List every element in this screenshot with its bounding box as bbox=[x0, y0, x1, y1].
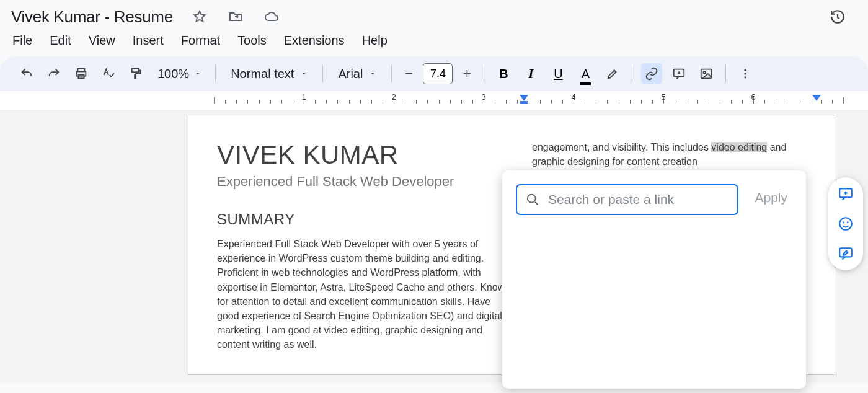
search-icon bbox=[526, 193, 539, 206]
svg-point-8 bbox=[745, 73, 746, 74]
emoji-reaction-button[interactable] bbox=[838, 216, 854, 232]
resume-subtitle: Experienced Full Stack Web Developer bbox=[217, 174, 515, 190]
left-indent-marker[interactable] bbox=[520, 95, 528, 101]
suggest-edits-button[interactable] bbox=[838, 245, 854, 262]
link-input-container bbox=[516, 184, 738, 215]
italic-button[interactable]: I bbox=[520, 63, 541, 84]
zoom-label: 100% bbox=[157, 67, 189, 81]
ruler-label: 2 bbox=[391, 92, 396, 102]
paragraph-style-label: Normal text bbox=[231, 67, 294, 81]
ruler-label: 5 bbox=[661, 92, 665, 102]
separator bbox=[322, 65, 323, 82]
link-search-input[interactable] bbox=[548, 192, 728, 207]
menu-help[interactable]: Help bbox=[362, 33, 388, 48]
svg-rect-3 bbox=[132, 69, 139, 73]
menubar: File Edit View Insert Format Tools Exten… bbox=[0, 30, 868, 56]
ruler-label: 6 bbox=[751, 92, 755, 102]
right-indent-marker[interactable] bbox=[812, 95, 821, 101]
paint-format-button[interactable] bbox=[125, 63, 146, 84]
svg-rect-5 bbox=[701, 69, 712, 79]
insert-link-button[interactable] bbox=[641, 63, 662, 84]
chevron-down-icon bbox=[194, 70, 202, 77]
font-family-label: Arial bbox=[338, 67, 363, 81]
zoom-select[interactable]: 100% bbox=[153, 67, 206, 81]
paragraph-style-select[interactable]: Normal text bbox=[224, 67, 314, 81]
version-history-icon[interactable] bbox=[827, 6, 848, 27]
separator bbox=[484, 65, 484, 82]
summary-text: Experienced Full Stack Web Developer wit… bbox=[217, 237, 515, 352]
ruler[interactable]: 123456 bbox=[0, 91, 868, 110]
experience-heading: EXPERIENCE bbox=[217, 373, 515, 376]
undo-button[interactable] bbox=[16, 63, 37, 84]
cloud-status-icon[interactable] bbox=[261, 6, 282, 27]
toolbar: 100% Normal text Arial − 7.4 + B I U A bbox=[0, 56, 868, 91]
separator bbox=[632, 65, 632, 82]
svg-point-13 bbox=[843, 222, 844, 223]
bold-button[interactable]: B bbox=[493, 63, 514, 84]
apply-button[interactable]: Apply bbox=[750, 184, 792, 211]
svg-point-10 bbox=[528, 195, 536, 203]
side-comment-tools bbox=[828, 177, 863, 270]
add-comment-button[interactable] bbox=[838, 186, 854, 202]
ruler-label: 1 bbox=[301, 92, 306, 102]
chevron-down-icon bbox=[300, 70, 308, 77]
menu-insert[interactable]: Insert bbox=[133, 33, 164, 48]
svg-rect-15 bbox=[839, 248, 852, 257]
insert-link-popup: Apply bbox=[502, 170, 806, 389]
redo-button[interactable] bbox=[43, 63, 64, 84]
print-button[interactable] bbox=[71, 63, 92, 84]
svg-point-9 bbox=[745, 76, 746, 78]
underline-button[interactable]: U bbox=[547, 63, 569, 84]
menu-edit[interactable]: Edit bbox=[50, 33, 71, 48]
move-folder-icon[interactable] bbox=[225, 6, 246, 27]
chevron-down-icon bbox=[369, 70, 376, 77]
add-comment-button[interactable] bbox=[668, 63, 689, 84]
menu-tools[interactable]: Tools bbox=[237, 33, 267, 48]
font-size-decrease-button[interactable]: − bbox=[401, 66, 417, 82]
svg-point-6 bbox=[704, 71, 706, 74]
font-family-select[interactable]: Arial bbox=[332, 67, 383, 81]
font-size-increase-button[interactable]: + bbox=[459, 66, 475, 82]
menu-file[interactable]: File bbox=[12, 33, 32, 48]
svg-point-12 bbox=[839, 218, 852, 230]
separator bbox=[725, 65, 726, 82]
menu-extensions[interactable]: Extensions bbox=[284, 33, 345, 48]
document-title[interactable]: Vivek Kumar - Resume bbox=[11, 7, 173, 27]
svg-point-7 bbox=[745, 69, 746, 71]
svg-point-14 bbox=[848, 222, 848, 223]
ruler-label: 3 bbox=[481, 92, 485, 102]
separator bbox=[391, 65, 392, 82]
menu-view[interactable]: View bbox=[89, 33, 115, 48]
resume-name: VIVEK KUMAR bbox=[217, 140, 515, 170]
selected-text: video editing bbox=[711, 142, 767, 152]
star-icon[interactable] bbox=[189, 6, 210, 27]
more-tools-button[interactable] bbox=[735, 63, 756, 84]
ruler-label: 4 bbox=[571, 92, 575, 102]
menu-format[interactable]: Format bbox=[181, 33, 220, 48]
summary-heading: SUMMARY bbox=[217, 211, 515, 228]
insert-image-button[interactable] bbox=[696, 63, 717, 84]
text-color-button[interactable]: A bbox=[575, 63, 596, 84]
highlight-color-button[interactable] bbox=[602, 63, 623, 84]
separator bbox=[215, 65, 216, 82]
font-size-input[interactable]: 7.4 bbox=[423, 63, 453, 84]
spellcheck-button[interactable] bbox=[98, 63, 119, 84]
svg-rect-2 bbox=[78, 75, 84, 79]
